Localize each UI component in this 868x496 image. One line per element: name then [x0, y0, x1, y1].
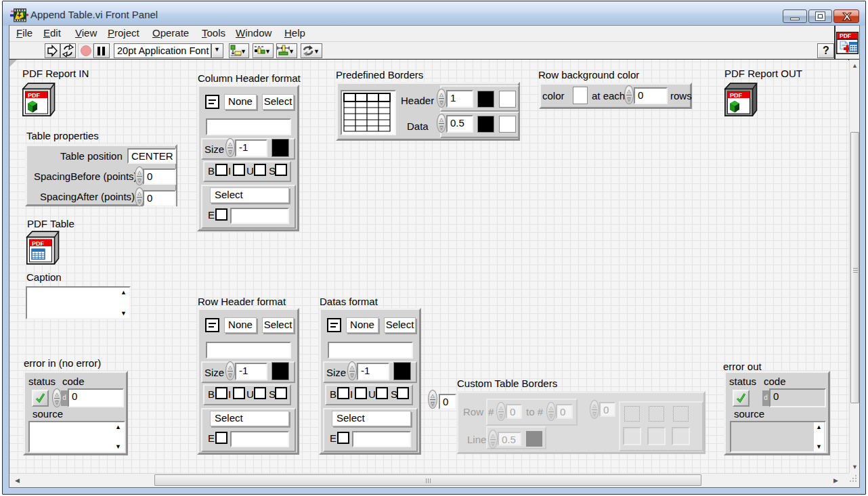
svg-text:PDF: PDF	[32, 240, 45, 247]
svg-text:PDF: PDF	[730, 92, 743, 99]
svg-text:PDF: PDF	[28, 92, 41, 99]
svg-text:PDF: PDF	[840, 32, 851, 39]
